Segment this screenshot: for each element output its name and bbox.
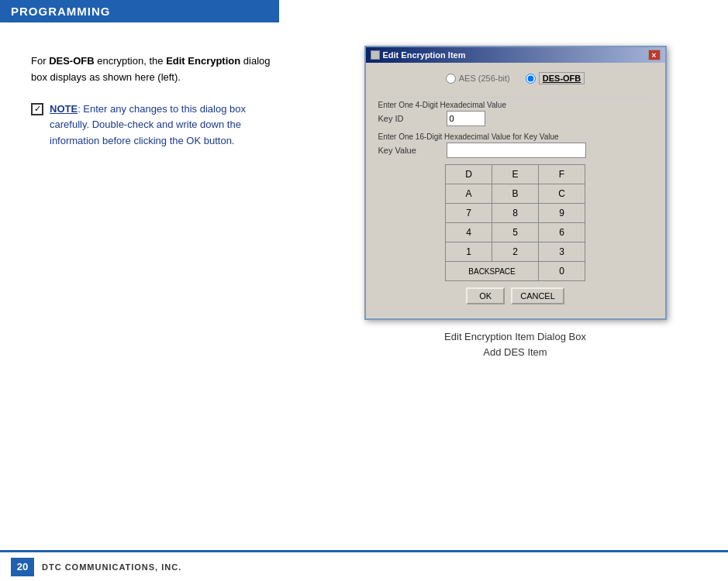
des-radio-label: DES-OFB <box>539 72 585 84</box>
encryption-type-radio-group: AES (256-bit) DES-OFB <box>378 72 653 84</box>
aes-radio-label: AES (256-bit) <box>459 74 510 83</box>
key-2[interactable]: 2 <box>492 242 539 262</box>
key-id-label: Key ID <box>378 114 440 123</box>
aes-radio-input[interactable] <box>446 74 456 84</box>
keypad-row-1: D E F <box>446 165 585 184</box>
keypad-row-5: 1 2 3 <box>446 242 585 262</box>
key-A[interactable]: A <box>446 184 492 204</box>
key-9[interactable]: 9 <box>539 204 585 223</box>
edit-encryption-dialog: Edit Encryption Item × AES (256-bit) DES… <box>364 46 667 320</box>
key-4[interactable]: 4 <box>446 223 492 242</box>
dialog-title-icon <box>371 50 380 60</box>
key-id-row: Key ID <box>378 111 653 126</box>
note-checkbox-icon: ✓ <box>31 103 43 115</box>
dialog-close-button[interactable]: × <box>648 50 661 60</box>
key-E[interactable]: E <box>492 165 539 184</box>
ok-reference: OK <box>186 135 201 146</box>
key-C[interactable]: C <box>539 184 585 204</box>
company-name: DTC COMMUNICATIONS, INC. <box>42 562 181 572</box>
edit-encryption-label: Edit Encryption <box>166 55 240 67</box>
page-number-badge: 20 <box>11 558 34 576</box>
note-label: NOTE <box>50 103 78 115</box>
caption-line1: Edit Encryption Item Dialog Box <box>444 329 586 345</box>
key-value-section: Enter One 16-Digit Hexadecimal Value for… <box>378 132 653 158</box>
key-value-hint-label: Enter One 16-Digit Hexadecimal Value for… <box>378 132 653 141</box>
key-8[interactable]: 8 <box>492 204 539 223</box>
ok-button[interactable]: OK <box>466 287 505 304</box>
key-value-row: Key Value <box>378 143 653 158</box>
dialog-body: AES (256-bit) DES-OFB Enter One 4-Digit … <box>366 63 665 318</box>
dialog-button-row: OK CANCEL <box>378 287 653 311</box>
key-1[interactable]: 1 <box>446 242 492 262</box>
dialog-title-text: Edit Encryption Item <box>383 50 466 60</box>
note-box: ✓ NOTE: Enter any changes to this dialog… <box>31 101 287 150</box>
page-footer: 20 DTC COMMUNICATIONS, INC. <box>0 550 728 581</box>
des-radio-option[interactable]: DES-OFB <box>526 72 585 84</box>
keypad-row-4: 4 5 6 <box>446 223 585 242</box>
key-F[interactable]: F <box>539 165 585 184</box>
cancel-button[interactable]: CANCEL <box>511 287 564 304</box>
key-3[interactable]: 3 <box>539 242 585 262</box>
keypad-row-3: 7 8 9 <box>446 204 585 223</box>
des-radio-input[interactable] <box>526 74 536 84</box>
left-panel: For DES-OFB encryption, the Edit Encrypt… <box>16 46 302 359</box>
note-text: NOTE: Enter any changes to this dialog b… <box>50 101 287 150</box>
hex-keypad: D E F A B C 7 8 9 4 <box>445 164 585 281</box>
key-backspace[interactable]: BACKSPACE <box>446 262 539 281</box>
key-value-label: Key Value <box>378 146 440 155</box>
key-0[interactable]: 0 <box>539 262 585 281</box>
des-ofb-label: DES-OFB <box>49 55 95 67</box>
key-B[interactable]: B <box>492 184 539 204</box>
keypad-row-2: A B C <box>446 184 585 204</box>
key-value-input[interactable] <box>447 143 586 158</box>
section-header: PROGRAMMING <box>0 0 279 22</box>
key-6[interactable]: 6 <box>539 223 585 242</box>
key-7[interactable]: 7 <box>446 204 492 223</box>
caption-line2: Add DES Item <box>444 345 586 360</box>
dialog-caption: Edit Encryption Item Dialog Box Add DES … <box>444 329 586 359</box>
key-id-section: Enter One 4-Digit Hexadecimal Value Key … <box>378 101 653 126</box>
key-id-input[interactable] <box>447 111 485 126</box>
separator <box>378 97 653 98</box>
key-id-hint-label: Enter One 4-Digit Hexadecimal Value <box>378 101 653 109</box>
right-panel: Edit Encryption Item × AES (256-bit) DES… <box>318 46 712 359</box>
keypad-row-6: BACKSPACE 0 <box>446 262 585 281</box>
dialog-title-area: Edit Encryption Item <box>371 50 466 60</box>
intro-paragraph: For DES-OFB encryption, the Edit Encrypt… <box>31 53 287 86</box>
dialog-titlebar: Edit Encryption Item × <box>366 47 665 63</box>
key-D[interactable]: D <box>446 165 492 184</box>
key-5[interactable]: 5 <box>492 223 539 242</box>
aes-radio-option[interactable]: AES (256-bit) <box>446 74 510 84</box>
